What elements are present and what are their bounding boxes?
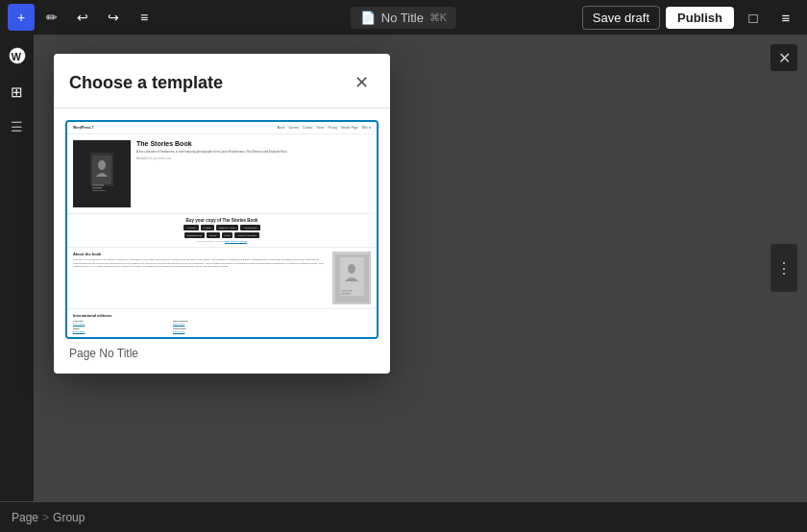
preview-nav: WordPress.7 About Careers Contact Home P… <box>67 122 377 134</box>
settings-icon: ≡ <box>782 10 791 26</box>
doc-title-text: No Title <box>381 11 424 25</box>
toolbar: + ✏ ↩ ↪ ≡ 📄 No Title ⌘K Save draft Publi… <box>0 0 807 35</box>
template-label: Page No Title <box>65 339 379 362</box>
preview-contact-link: Contact Europe? View our International e… <box>73 240 371 243</box>
sidebar-item-wp[interactable]: W <box>2 42 33 73</box>
preview-hero-title: The Stories Book <box>136 140 371 147</box>
redo-button[interactable]: ↪ <box>100 4 127 31</box>
more-options-button[interactable]: ⋮ <box>770 244 797 292</box>
preview-intl-title: International editions <box>73 313 371 318</box>
bottom-bar: Page > Group <box>0 501 807 532</box>
svg-rect-12 <box>341 290 353 292</box>
toolbar-center: 📄 No Title ⌘K <box>351 7 456 29</box>
svg-rect-13 <box>341 293 351 295</box>
pencil-icon: ✏ <box>46 10 58 25</box>
sidebar-item-list[interactable]: ☰ <box>2 111 33 142</box>
site-preview: WordPress.7 About Careers Contact Home P… <box>67 122 377 337</box>
publish-button[interactable]: Publish <box>666 7 734 29</box>
preview-intl-section: International editions Australia Book St… <box>67 308 377 337</box>
side-close-button[interactable]: ✕ <box>770 44 797 71</box>
sidebar: W ⊞ ☰ <box>0 35 35 501</box>
svg-text:W: W <box>11 51 21 62</box>
modal-header: Choose a template ✕ <box>54 54 390 109</box>
doc-icon: 📄 <box>360 11 376 25</box>
keyboard-shortcut: ⌘K <box>429 12 447 24</box>
preview-buy-buttons: Amazon Audible Barnes & Noble Apple Book… <box>73 225 371 230</box>
breadcrumb-separator: > <box>42 511 49 524</box>
preview-hero-cta: Available for pre-order now <box>136 157 371 160</box>
preview-hero-image <box>73 140 131 207</box>
modal-close-button[interactable]: ✕ <box>348 69 375 96</box>
doc-title-button[interactable]: 📄 No Title ⌘K <box>351 7 456 29</box>
intl-brazil: Brazil Book Store <box>73 327 171 333</box>
preview-about-image <box>332 252 371 304</box>
list-icon: ☰ <box>11 119 23 134</box>
buy-btn-spotify: Spotify <box>207 232 220 238</box>
intl-newzealand: New Zealand Book Store <box>173 320 271 326</box>
redo-icon: ↪ <box>108 10 119 25</box>
svg-point-5 <box>98 160 106 170</box>
undo-button[interactable]: ↩ <box>69 4 96 31</box>
settings-button[interactable]: ≡ <box>772 4 799 31</box>
breadcrumb-group[interactable]: Group <box>53 511 85 524</box>
plus-icon: + <box>17 10 25 25</box>
menu-button[interactable]: ≡ <box>131 4 158 31</box>
preview-about-body: This story is a compilation of an eclect… <box>73 258 329 269</box>
preview-hero-body: A fine collection of freelancers in time… <box>136 150 371 154</box>
edit-button[interactable]: ✏ <box>38 4 65 31</box>
template-preview-item[interactable]: WordPress.7 About Careers Contact Home P… <box>65 120 379 339</box>
buy-btn-simon: Simon & Schuster <box>234 232 259 238</box>
preview-brand: WordPress.7 <box>73 126 93 130</box>
wp-logo-icon: W <box>9 47 26 68</box>
buy-btn-kobo: Kobo <box>222 232 233 238</box>
preview-about-text: About the book This story is a compilati… <box>73 252 329 269</box>
modal-title: Choose a template <box>69 73 223 93</box>
blocks-icon: ⊞ <box>11 84 23 101</box>
intl-australia: Australia Book Store <box>73 320 171 326</box>
view-icon: □ <box>748 10 757 26</box>
buy-btn-audible: Audible <box>201 225 214 230</box>
breadcrumb-page[interactable]: Page <box>12 511 38 524</box>
svg-rect-7 <box>92 187 102 189</box>
preview-nav-links: About Careers Contact Home Pricing Sampl… <box>278 126 371 130</box>
intl-switzerland: Switzerland Book Store <box>173 327 271 333</box>
toolbar-left: + ✏ ↩ ↪ ≡ <box>8 4 158 31</box>
close-icon: ✕ <box>355 72 369 93</box>
modal-body[interactable]: WordPress.7 About Careers Contact Home P… <box>54 109 390 374</box>
preview-intl-grid: Australia Book Store New Zealand Book St… <box>73 320 371 333</box>
x-icon: ✕ <box>778 49 791 67</box>
menu-icon: ≡ <box>140 10 148 25</box>
preview-about-section: About the book This story is a compilati… <box>67 247 377 308</box>
svg-rect-6 <box>92 184 104 186</box>
sidebar-item-blocks[interactable]: ⊞ <box>2 77 33 108</box>
preview-buy-title: Buy your copy of The Stories Book <box>73 218 371 223</box>
preview-hero: The Stories Book A fine collection of fr… <box>67 134 377 213</box>
ellipsis-icon: ⋮ <box>776 259 792 278</box>
preview-buy-section: Buy your copy of The Stories Book Amazon… <box>67 213 377 247</box>
preview-about-title: About the book <box>73 252 329 256</box>
view-button[interactable]: □ <box>740 4 767 31</box>
buy-btn-bookshop: Bookshop.org <box>184 232 205 238</box>
undo-icon: ↩ <box>77 10 88 25</box>
preview-buy-buttons-row2: Bookshop.org Spotify Kobo Simon & Schust… <box>73 232 371 238</box>
add-block-button[interactable]: + <box>8 4 35 31</box>
buy-btn-barnes: Barnes & Noble <box>216 225 239 230</box>
choose-template-modal: Choose a template ✕ WordPress.7 About Ca… <box>54 54 390 374</box>
svg-point-11 <box>348 264 355 274</box>
save-draft-button[interactable]: Save draft <box>582 6 660 30</box>
modal-overlay[interactable]: Choose a template ✕ WordPress.7 About Ca… <box>35 35 807 501</box>
buy-btn-amazon: Amazon <box>183 225 198 230</box>
toolbar-right: Save draft Publish □ ≡ <box>582 4 799 31</box>
preview-hero-text: The Stories Book A fine collection of fr… <box>136 140 371 160</box>
svg-rect-8 <box>92 190 106 191</box>
buy-btn-apple: Apple Books <box>240 225 259 230</box>
